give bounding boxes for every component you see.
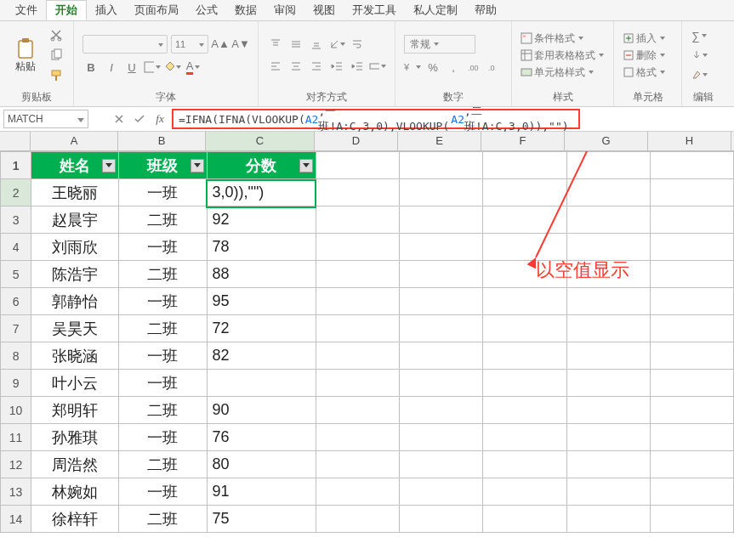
cell-H13[interactable] xyxy=(650,478,733,506)
menu-insert[interactable]: 插入 xyxy=(87,1,126,20)
cell-E3[interactable] xyxy=(400,206,483,234)
cell-E12[interactable] xyxy=(400,451,483,478)
cell-B2[interactable]: 一班 xyxy=(119,179,207,206)
col-header-D[interactable]: D xyxy=(315,132,398,150)
fill-color-icon[interactable] xyxy=(164,59,181,76)
cell-F7[interactable] xyxy=(483,315,566,342)
cell-H14[interactable] xyxy=(650,506,733,533)
cell-C12[interactable]: 80 xyxy=(207,451,316,478)
cell-H7[interactable] xyxy=(650,315,733,342)
col-header-E[interactable]: E xyxy=(398,132,481,150)
cell-G11[interactable] xyxy=(566,424,650,451)
row-header-4[interactable]: 4 xyxy=(1,234,31,261)
cell-B6[interactable]: 一班 xyxy=(119,288,207,315)
cell-D4[interactable] xyxy=(316,234,399,261)
cell-D8[interactable] xyxy=(316,342,399,370)
cell-B7[interactable]: 二班 xyxy=(119,315,207,342)
cell-E5[interactable] xyxy=(400,261,483,288)
cell-C2[interactable]: 3,0)),"") xyxy=(207,179,316,206)
cell-E6[interactable] xyxy=(400,288,483,315)
cell-C8[interactable]: 82 xyxy=(207,342,316,370)
cell-E8[interactable] xyxy=(400,342,483,370)
row-header-7[interactable]: 7 xyxy=(1,315,31,342)
font-name-dropdown[interactable] xyxy=(83,35,168,54)
cell-B11[interactable]: 一班 xyxy=(119,424,207,451)
col-header-A[interactable]: A xyxy=(31,132,118,150)
clear-icon[interactable] xyxy=(691,66,708,83)
table-header-class[interactable]: 班级 xyxy=(119,152,207,179)
col-header-F[interactable]: F xyxy=(481,132,565,150)
cell-D2[interactable] xyxy=(316,179,399,206)
align-left-icon[interactable] xyxy=(267,58,284,75)
cell-E11[interactable] xyxy=(400,424,483,451)
number-format-dropdown[interactable]: 常规 xyxy=(404,35,475,54)
increase-indent-icon[interactable] xyxy=(349,58,366,75)
cell-A10[interactable]: 郑明轩 xyxy=(31,397,119,424)
cell-H3[interactable] xyxy=(650,206,733,234)
cell-D3[interactable] xyxy=(316,206,399,234)
cell-B12[interactable]: 二班 xyxy=(119,451,207,478)
cell-F12[interactable] xyxy=(483,451,566,478)
filter-icon[interactable] xyxy=(102,159,116,173)
row-header-13[interactable]: 13 xyxy=(1,478,31,506)
format-cells-button[interactable]: 格式 xyxy=(623,65,665,80)
cell-G6[interactable] xyxy=(566,288,650,315)
paste-button[interactable]: 粘贴 xyxy=(9,30,43,81)
cell-C14[interactable]: 75 xyxy=(207,506,316,533)
menu-pagelayout[interactable]: 页面布局 xyxy=(126,1,187,20)
cell-G13[interactable] xyxy=(566,478,650,506)
cell-C6[interactable]: 95 xyxy=(207,288,316,315)
row-header-5[interactable]: 5 xyxy=(1,261,31,288)
select-all-corner[interactable] xyxy=(0,132,31,150)
border-icon[interactable] xyxy=(144,59,161,76)
underline-icon[interactable]: U xyxy=(123,59,140,76)
insert-cells-button[interactable]: 插入 xyxy=(623,31,665,46)
italic-icon[interactable]: I xyxy=(103,59,120,76)
font-color-icon[interactable]: A xyxy=(185,59,202,76)
cell-B10[interactable]: 二班 xyxy=(119,397,207,424)
cell-D14[interactable] xyxy=(316,506,399,533)
cell-H10[interactable] xyxy=(650,397,733,424)
decrease-decimal-icon[interactable]: .0 xyxy=(486,59,503,76)
format-painter-icon[interactable] xyxy=(48,67,65,84)
cell-H8[interactable] xyxy=(650,342,733,370)
row-header-1[interactable]: 1 xyxy=(1,152,31,179)
percent-icon[interactable]: % xyxy=(424,59,441,76)
menu-data[interactable]: 数据 xyxy=(226,1,265,20)
decrease-font-icon[interactable]: A▼ xyxy=(232,35,249,52)
cell-H12[interactable] xyxy=(650,451,733,478)
row-header-2[interactable]: 2 xyxy=(1,179,31,206)
align-top-icon[interactable] xyxy=(267,36,284,53)
cell-G10[interactable] xyxy=(566,397,650,424)
cell-A7[interactable]: 吴昊天 xyxy=(31,315,119,342)
currency-icon[interactable]: ¥ xyxy=(404,59,421,76)
comma-icon[interactable]: , xyxy=(445,59,462,76)
cell-D13[interactable] xyxy=(316,478,399,506)
orientation-icon[interactable] xyxy=(328,36,345,53)
cell-C11[interactable]: 76 xyxy=(207,424,316,451)
cell-F4[interactable] xyxy=(483,234,566,261)
cell-A13[interactable]: 林婉如 xyxy=(31,478,119,506)
cell-B9[interactable]: 一班 xyxy=(119,370,207,397)
cell-C10[interactable]: 90 xyxy=(207,397,316,424)
menu-file[interactable]: 文件 xyxy=(7,1,46,20)
cell-A2[interactable]: 王晓丽 xyxy=(31,179,119,206)
align-bottom-icon[interactable] xyxy=(308,36,325,53)
cancel-formula-button[interactable] xyxy=(109,109,129,129)
cell-G9[interactable] xyxy=(566,370,650,397)
cell-G14[interactable] xyxy=(566,506,650,533)
col-header-G[interactable]: G xyxy=(565,132,648,150)
cell-F10[interactable] xyxy=(483,397,566,424)
cell-A9[interactable]: 叶小云 xyxy=(31,370,119,397)
cell-A5[interactable]: 陈浩宇 xyxy=(31,261,119,288)
align-middle-icon[interactable] xyxy=(287,36,304,53)
cell-D5[interactable] xyxy=(316,261,399,288)
col-header-B[interactable]: B xyxy=(118,132,206,150)
fill-icon[interactable] xyxy=(691,47,708,64)
copy-icon[interactable] xyxy=(48,47,65,64)
merge-icon[interactable] xyxy=(369,58,386,75)
cell-C5[interactable]: 88 xyxy=(207,261,316,288)
name-box[interactable]: MATCH xyxy=(3,110,88,128)
cell-E9[interactable] xyxy=(400,370,483,397)
cell-B5[interactable]: 二班 xyxy=(119,261,207,288)
